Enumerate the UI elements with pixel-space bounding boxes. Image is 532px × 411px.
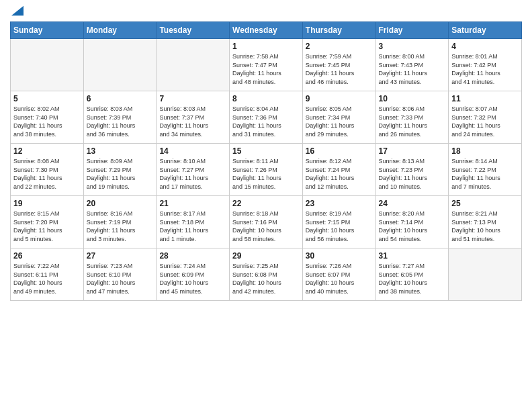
calendar-cell: 2Sunrise: 7:59 AM Sunset: 7:45 PM Daylig… <box>302 39 375 91</box>
day-number: 17 <box>379 146 446 156</box>
calendar-cell: 26Sunrise: 7:22 AM Sunset: 6:11 PM Dayli… <box>11 248 84 301</box>
day-number: 1 <box>232 42 300 51</box>
cell-info: Sunrise: 8:14 AM Sunset: 7:22 PM Dayligh… <box>451 157 519 191</box>
cell-info: Sunrise: 8:03 AM Sunset: 7:39 PM Dayligh… <box>87 105 154 138</box>
cell-info: Sunrise: 8:21 AM Sunset: 7:13 PM Dayligh… <box>451 210 519 243</box>
cell-info: Sunrise: 8:17 AM Sunset: 7:18 PM Dayligh… <box>159 210 226 243</box>
day-number: 16 <box>306 146 373 156</box>
day-number: 4 <box>451 42 519 51</box>
day-number: 30 <box>306 251 373 261</box>
cell-info: Sunrise: 8:10 AM Sunset: 7:27 PM Dayligh… <box>159 157 226 191</box>
svg-marker-0 <box>11 6 24 15</box>
calendar-cell <box>449 248 522 301</box>
day-number: 3 <box>379 42 446 51</box>
cell-info: Sunrise: 8:06 AM Sunset: 7:33 PM Dayligh… <box>379 105 446 138</box>
header <box>10 7 522 16</box>
day-number: 20 <box>87 199 154 208</box>
day-number: 14 <box>159 146 226 156</box>
cell-info: Sunrise: 8:04 AM Sunset: 7:36 PM Dayligh… <box>232 105 300 138</box>
page: SundayMondayTuesdayWednesdayThursdayFrid… <box>0 0 532 411</box>
day-number: 13 <box>87 146 154 156</box>
day-number: 11 <box>451 94 519 103</box>
calendar-cell: 4Sunrise: 8:01 AM Sunset: 7:42 PM Daylig… <box>449 39 522 91</box>
calendar-cell <box>157 39 230 91</box>
cell-info: Sunrise: 7:25 AM Sunset: 6:08 PM Dayligh… <box>232 262 300 295</box>
day-number: 26 <box>13 251 81 261</box>
day-number: 27 <box>87 251 154 261</box>
cell-info: Sunrise: 7:59 AM Sunset: 7:45 PM Dayligh… <box>306 52 373 86</box>
day-number: 5 <box>13 94 81 103</box>
cell-info: Sunrise: 8:20 AM Sunset: 7:14 PM Dayligh… <box>379 210 446 243</box>
weekday-header-thursday: Thursday <box>302 22 375 39</box>
calendar: SundayMondayTuesdayWednesdayThursdayFrid… <box>10 21 522 301</box>
calendar-cell: 30Sunrise: 7:26 AM Sunset: 6:07 PM Dayli… <box>302 248 375 301</box>
cell-info: Sunrise: 7:22 AM Sunset: 6:11 PM Dayligh… <box>13 262 81 295</box>
cell-info: Sunrise: 8:03 AM Sunset: 7:37 PM Dayligh… <box>159 105 226 138</box>
cell-info: Sunrise: 7:24 AM Sunset: 6:09 PM Dayligh… <box>159 262 226 295</box>
calendar-cell: 9Sunrise: 8:05 AM Sunset: 7:34 PM Daylig… <box>302 91 375 144</box>
calendar-cell: 29Sunrise: 7:25 AM Sunset: 6:08 PM Dayli… <box>230 248 303 301</box>
calendar-cell: 20Sunrise: 8:16 AM Sunset: 7:19 PM Dayli… <box>83 196 157 248</box>
logo <box>10 7 24 16</box>
day-number: 24 <box>379 199 446 208</box>
calendar-cell: 31Sunrise: 7:27 AM Sunset: 6:05 PM Dayli… <box>375 248 449 301</box>
cell-info: Sunrise: 8:18 AM Sunset: 7:16 PM Dayligh… <box>232 210 300 243</box>
calendar-cell: 16Sunrise: 8:12 AM Sunset: 7:24 PM Dayli… <box>302 144 375 196</box>
cell-info: Sunrise: 7:27 AM Sunset: 6:05 PM Dayligh… <box>379 262 446 295</box>
calendar-cell: 5Sunrise: 8:02 AM Sunset: 7:40 PM Daylig… <box>11 91 84 144</box>
cell-info: Sunrise: 8:15 AM Sunset: 7:20 PM Dayligh… <box>13 210 81 243</box>
calendar-cell: 24Sunrise: 8:20 AM Sunset: 7:14 PM Dayli… <box>375 196 449 248</box>
week-row-2: 12Sunrise: 8:08 AM Sunset: 7:30 PM Dayli… <box>11 144 522 196</box>
calendar-cell: 15Sunrise: 8:11 AM Sunset: 7:26 PM Dayli… <box>230 144 303 196</box>
day-number: 31 <box>379 251 446 261</box>
calendar-cell: 10Sunrise: 8:06 AM Sunset: 7:33 PM Dayli… <box>375 91 449 144</box>
calendar-cell: 8Sunrise: 8:04 AM Sunset: 7:36 PM Daylig… <box>230 91 303 144</box>
day-number: 10 <box>379 94 446 103</box>
day-number: 18 <box>451 146 519 156</box>
day-number: 6 <box>87 94 154 103</box>
day-number: 22 <box>232 199 300 208</box>
week-row-3: 19Sunrise: 8:15 AM Sunset: 7:20 PM Dayli… <box>11 196 522 248</box>
cell-info: Sunrise: 8:02 AM Sunset: 7:40 PM Dayligh… <box>13 105 81 138</box>
weekday-header-monday: Monday <box>83 22 157 39</box>
cell-info: Sunrise: 8:01 AM Sunset: 7:42 PM Dayligh… <box>451 52 519 86</box>
week-row-4: 26Sunrise: 7:22 AM Sunset: 6:11 PM Dayli… <box>11 248 522 301</box>
day-number: 23 <box>306 199 373 208</box>
calendar-cell: 23Sunrise: 8:19 AM Sunset: 7:15 PM Dayli… <box>302 196 375 248</box>
calendar-cell: 14Sunrise: 8:10 AM Sunset: 7:27 PM Dayli… <box>157 144 230 196</box>
calendar-cell: 1Sunrise: 7:58 AM Sunset: 7:47 PM Daylig… <box>230 39 303 91</box>
cell-info: Sunrise: 8:07 AM Sunset: 7:32 PM Dayligh… <box>451 105 519 138</box>
day-number: 21 <box>159 199 226 208</box>
cell-info: Sunrise: 8:12 AM Sunset: 7:24 PM Dayligh… <box>306 157 373 191</box>
calendar-cell: 13Sunrise: 8:09 AM Sunset: 7:29 PM Dayli… <box>83 144 157 196</box>
day-number: 7 <box>159 94 226 103</box>
calendar-cell: 17Sunrise: 8:13 AM Sunset: 7:23 PM Dayli… <box>375 144 449 196</box>
day-number: 28 <box>159 251 226 261</box>
cell-info: Sunrise: 7:58 AM Sunset: 7:47 PM Dayligh… <box>232 52 300 86</box>
week-row-0: 1Sunrise: 7:58 AM Sunset: 7:47 PM Daylig… <box>11 39 522 91</box>
cell-info: Sunrise: 8:05 AM Sunset: 7:34 PM Dayligh… <box>306 105 373 138</box>
cell-info: Sunrise: 8:11 AM Sunset: 7:26 PM Dayligh… <box>232 157 300 191</box>
logo-icon <box>11 5 24 16</box>
day-number: 8 <box>232 94 300 103</box>
day-number: 29 <box>232 251 300 261</box>
calendar-cell: 12Sunrise: 8:08 AM Sunset: 7:30 PM Dayli… <box>11 144 84 196</box>
calendar-cell: 6Sunrise: 8:03 AM Sunset: 7:39 PM Daylig… <box>83 91 157 144</box>
calendar-cell: 19Sunrise: 8:15 AM Sunset: 7:20 PM Dayli… <box>11 196 84 248</box>
cell-info: Sunrise: 8:16 AM Sunset: 7:19 PM Dayligh… <box>87 210 154 243</box>
day-number: 25 <box>451 199 519 208</box>
cell-info: Sunrise: 7:23 AM Sunset: 6:10 PM Dayligh… <box>87 262 154 295</box>
calendar-cell <box>11 39 84 91</box>
weekday-header-row: SundayMondayTuesdayWednesdayThursdayFrid… <box>11 22 522 39</box>
day-number: 12 <box>13 146 81 156</box>
day-number: 9 <box>306 94 373 103</box>
day-number: 2 <box>306 42 373 51</box>
cell-info: Sunrise: 8:00 AM Sunset: 7:43 PM Dayligh… <box>379 52 446 86</box>
week-row-1: 5Sunrise: 8:02 AM Sunset: 7:40 PM Daylig… <box>11 91 522 144</box>
calendar-cell: 21Sunrise: 8:17 AM Sunset: 7:18 PM Dayli… <box>157 196 230 248</box>
calendar-cell: 11Sunrise: 8:07 AM Sunset: 7:32 PM Dayli… <box>449 91 522 144</box>
cell-info: Sunrise: 8:13 AM Sunset: 7:23 PM Dayligh… <box>379 157 446 191</box>
weekday-header-tuesday: Tuesday <box>157 22 230 39</box>
calendar-cell: 18Sunrise: 8:14 AM Sunset: 7:22 PM Dayli… <box>449 144 522 196</box>
calendar-cell: 7Sunrise: 8:03 AM Sunset: 7:37 PM Daylig… <box>157 91 230 144</box>
